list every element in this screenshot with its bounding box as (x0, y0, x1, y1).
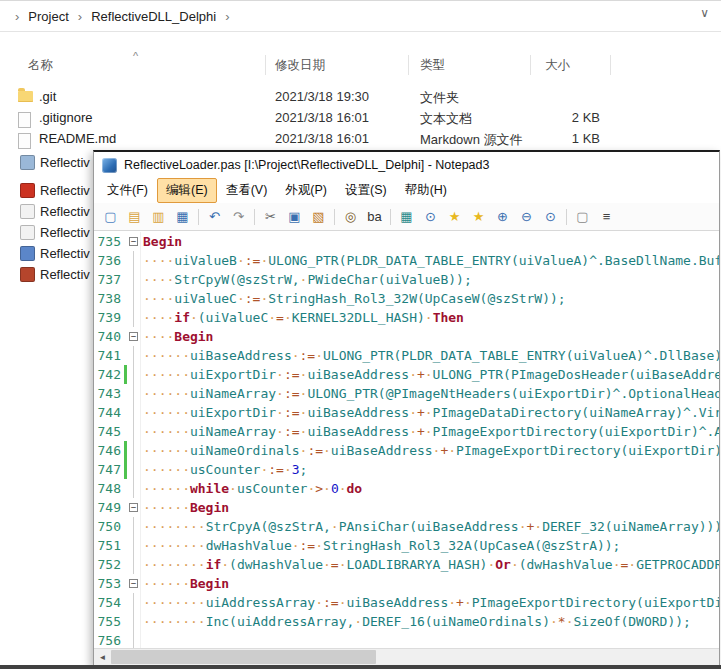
fold-margin[interactable] (127, 384, 140, 403)
code-line[interactable]: 740−····Begin (94, 327, 719, 346)
fold-margin[interactable]: − (127, 574, 140, 593)
code-line[interactable]: 742······uiExportDir·:=·uiBaseAddress·+·… (94, 365, 719, 384)
add-favorite-icon[interactable]: ★ (443, 206, 466, 227)
file-row[interactable]: README.md2021/3/18 16:01Markdown 源文件1 KB (0, 129, 721, 150)
code-line[interactable]: 756 (94, 631, 719, 649)
code-line[interactable]: 752········if·(dwHashValue·=·LOADLIBRARY… (94, 555, 719, 574)
fold-margin[interactable] (127, 536, 140, 555)
fold-margin[interactable] (127, 346, 140, 365)
code-token: uiValueC (174, 291, 237, 306)
fold-margin[interactable]: − (127, 498, 140, 517)
code-line[interactable]: 753−······Begin (94, 574, 719, 593)
file-row[interactable]: .gitignore2021/3/18 16:01文本文档2 KB (0, 108, 721, 129)
zoom-reset-icon[interactable]: ⊙ (539, 206, 562, 227)
cut-icon[interactable]: ✂ (259, 206, 282, 227)
title-bar[interactable]: ReflectiveLoader.pas [I:\Project\Reflect… (94, 152, 719, 178)
code-line[interactable]: 736····uiValueB·:=·ULONG_PTR(PLDR_DATA_T… (94, 251, 719, 270)
code-editor[interactable]: 735−Begin736····uiValueB·:=·ULONG_PTR(PL… (94, 232, 719, 649)
menu-item[interactable]: 帮助(H) (396, 178, 456, 203)
fold-margin[interactable]: − (127, 232, 140, 251)
code-line[interactable]: 747······usCounter·:=·3; (94, 460, 719, 479)
column-divider[interactable] (265, 55, 266, 75)
find-icon[interactable]: ◎ (339, 206, 362, 227)
code-line[interactable]: 751········dwHashValue·:=·StringHash_Rol… (94, 536, 719, 555)
column-header-size[interactable]: 大小 (545, 57, 570, 74)
paste-icon[interactable]: ▧ (307, 206, 330, 227)
menu-item[interactable]: 编辑(E) (157, 178, 217, 203)
code-text: ······Begin (140, 574, 719, 593)
column-divider[interactable] (610, 55, 611, 75)
code-line[interactable]: 748······while·usCounter·>·0·do (94, 479, 719, 498)
code-line[interactable]: 743······uiNameArray·:=·ULONG_PTR(@PImag… (94, 384, 719, 403)
browse-file-icon[interactable]: ▥ (147, 206, 170, 227)
undo-icon[interactable]: ↶ (203, 206, 226, 227)
code-token: ········ (143, 538, 206, 553)
fold-margin[interactable] (127, 403, 140, 422)
fold-margin[interactable] (127, 460, 140, 479)
fold-collapse-icon[interactable]: − (129, 503, 138, 512)
fold-collapse-icon[interactable]: − (129, 332, 138, 341)
breadcrumb-dropdown-icon[interactable]: ∨ (700, 6, 709, 20)
find-in-files-icon[interactable]: ▦ (395, 206, 418, 227)
menu-item[interactable]: 文件(F) (98, 178, 157, 203)
fold-margin[interactable] (127, 365, 140, 384)
column-header-name[interactable]: 名称 (28, 57, 53, 74)
menu-item[interactable]: 查看(V) (217, 178, 277, 203)
open-file-icon[interactable]: ▤ (123, 206, 146, 227)
code-line[interactable]: 745······uiNameArray·:=·uiBaseAddress·+·… (94, 422, 719, 441)
fold-margin[interactable] (127, 479, 140, 498)
wrap-icon[interactable]: ▢ (571, 206, 594, 227)
menu-item[interactable]: 设置(S) (336, 178, 396, 203)
code-line[interactable]: 744······uiExportDir·:=·uiBaseAddress·+·… (94, 403, 719, 422)
column-divider[interactable] (530, 55, 531, 75)
fold-margin[interactable] (127, 251, 140, 270)
code-token: usCounter (190, 462, 260, 477)
code-line[interactable]: 750········StrCpyA(@szStrA,·PAnsiChar(ui… (94, 517, 719, 536)
fold-margin[interactable] (127, 441, 140, 460)
breadcrumb-item[interactable]: Project (28, 9, 68, 24)
fold-margin[interactable]: − (127, 327, 140, 346)
scroll-left-arrow-icon[interactable]: ◄ (94, 649, 111, 665)
fold-margin[interactable] (127, 517, 140, 536)
breadcrumb-item[interactable]: ReflectiveDLL_Delphi (91, 9, 216, 24)
code-line[interactable]: 739····if·(uiValueC·=·KERNEL32DLL_HASH)·… (94, 308, 719, 327)
code-line[interactable]: 737····StrCpyW(@szStrW,·PWideChar(uiValu… (94, 270, 719, 289)
copy-icon[interactable]: ▣ (283, 206, 306, 227)
fold-margin[interactable] (127, 612, 140, 631)
new-file-icon[interactable]: ▢ (99, 206, 122, 227)
zoom-in-icon[interactable]: ⊕ (491, 206, 514, 227)
horizontal-scrollbar[interactable]: ◄ (94, 648, 719, 665)
fold-margin[interactable] (127, 555, 140, 574)
code-line[interactable]: 754········uiAddressArray·:=·uiBaseAddre… (94, 593, 719, 612)
screen: ›Project›ReflectiveDLL_Delphi› ∨ ^ 名称修改日… (0, 0, 721, 669)
fold-margin[interactable] (127, 289, 140, 308)
column-header-type[interactable]: 类型 (420, 57, 445, 74)
fold-margin[interactable] (127, 631, 140, 649)
column-header-date[interactable]: 修改日期 (275, 57, 325, 74)
code-token: · (519, 519, 527, 534)
jump-icon[interactable]: ⊙ (419, 206, 442, 227)
code-line[interactable]: 738····uiValueC·:=·StringHash_Rol3_32W(U… (94, 289, 719, 308)
save-file-icon[interactable]: ▦ (171, 206, 194, 227)
menu-icon[interactable]: ≡ (595, 206, 618, 227)
column-divider[interactable] (408, 55, 409, 75)
breadcrumb-chevron-icon: › (15, 9, 19, 24)
manage-favorites-icon[interactable]: ★ (467, 206, 490, 227)
zoom-out-icon[interactable]: ⊖ (515, 206, 538, 227)
code-line[interactable]: 755········Inc(uiAddressArray,·DEREF_16(… (94, 612, 719, 631)
code-line[interactable]: 749−······Begin (94, 498, 719, 517)
fold-margin[interactable] (127, 308, 140, 327)
replace-icon[interactable]: ba (363, 206, 386, 227)
code-line[interactable]: 746······uiNameOrdinals·:=·uiBaseAddress… (94, 441, 719, 460)
scrollbar-thumb[interactable] (111, 650, 376, 664)
fold-collapse-icon[interactable]: − (129, 237, 138, 246)
code-line[interactable]: 735−Begin (94, 232, 719, 251)
menu-item[interactable]: 外观(P) (276, 178, 336, 203)
fold-margin[interactable] (127, 270, 140, 289)
fold-margin[interactable] (127, 593, 140, 612)
file-row[interactable]: .git2021/3/18 19:30文件夹 (0, 87, 721, 108)
fold-margin[interactable] (127, 422, 140, 441)
redo-icon[interactable]: ↷ (227, 206, 250, 227)
fold-collapse-icon[interactable]: − (129, 579, 138, 588)
code-line[interactable]: 741······uiBaseAddress·:=·ULONG_PTR(PLDR… (94, 346, 719, 365)
